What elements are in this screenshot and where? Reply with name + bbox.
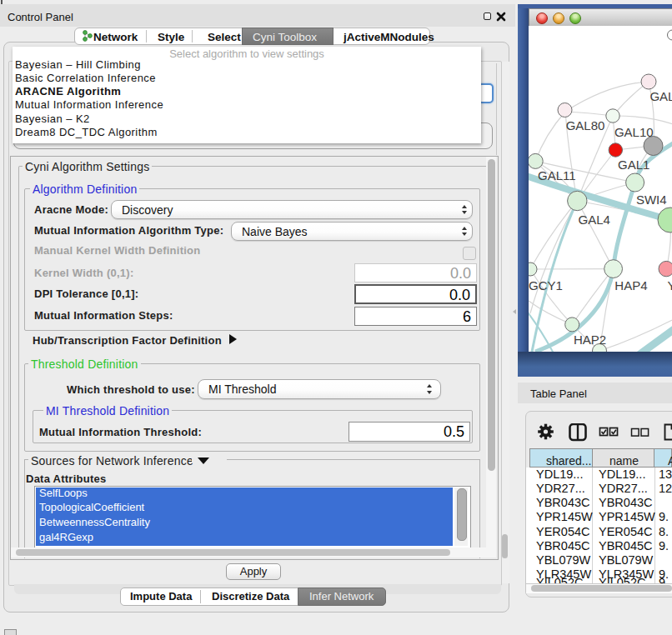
- svg-text:GAL10: GAL10: [614, 125, 654, 139]
- svg-text:GAL80: GAL80: [566, 118, 605, 132]
- svg-text:GAL4: GAL4: [579, 212, 610, 227]
- svg-text:GAL2: GAL2: [649, 89, 672, 103]
- svg-text:HAP2: HAP2: [574, 332, 606, 347]
- svg-text:SWI4: SWI4: [636, 192, 667, 207]
- svg-text:HAP4: HAP4: [614, 278, 647, 292]
- svg-text:GCY1: GCY1: [529, 278, 563, 292]
- svg-text:YM: YM: [667, 278, 672, 292]
- svg-text:GAL11: GAL11: [538, 168, 576, 182]
- svg-text:GAL1: GAL1: [618, 158, 649, 172]
